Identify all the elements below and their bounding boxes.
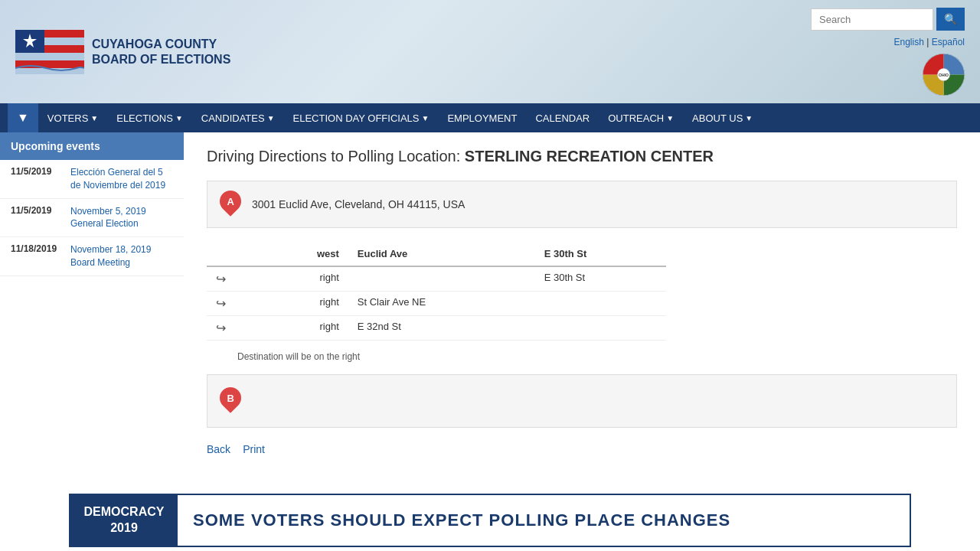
voters-arrow: ▼	[90, 114, 98, 122]
direction-3-col4	[535, 316, 666, 341]
nav-voters[interactable]: VOTERS ▼	[38, 105, 107, 132]
page-title: Driving Directions to Polling Location: …	[207, 148, 957, 165]
sidebar: Upcoming events 11/5/2019 Elección Gener…	[0, 132, 184, 494]
banner-year: 2019	[83, 520, 165, 536]
nav-candidates[interactable]: CANDIDATES ▼	[192, 105, 284, 132]
svg-rect-3	[15, 60, 84, 68]
directions-row-3: ↪ right E 32nd St	[207, 316, 666, 341]
banner-year-label: DEMOCRACY	[83, 504, 165, 520]
flag-logo	[15, 30, 84, 74]
directions-row-2: ↪ right St Clair Ave NE	[207, 292, 666, 316]
event-3-link[interactable]: November 18, 2019 Board Meeting	[70, 243, 173, 269]
event-2-link[interactable]: November 5, 2019 General Election	[70, 205, 173, 231]
sidebar-header: Upcoming events	[0, 132, 184, 160]
turn-icon-3: ↪	[207, 316, 261, 341]
language-links: English | Español	[893, 37, 965, 47]
direction-2-col3: St Clair Ave NE	[348, 292, 535, 316]
event-1-link[interactable]: Elección General del 5 de Noviembre del …	[70, 166, 173, 192]
ohio-seal: OHIO	[923, 54, 965, 96]
address-b-box: B	[207, 374, 957, 428]
search-input[interactable]	[811, 8, 933, 31]
banner-left: DEMOCRACY 2019	[70, 495, 178, 546]
address-a-text: 3001 Euclid Ave, Cleveland, OH 44115, US…	[252, 198, 465, 210]
nav-outreach[interactable]: OUTREACH ▼	[599, 105, 683, 132]
spanish-link[interactable]: Español	[932, 37, 965, 47]
nav-employment[interactable]: EMPLOYMENT	[438, 105, 526, 132]
direction-1-col4: E 30th St	[535, 266, 666, 292]
sidebar-event-2: 11/5/2019 November 5, 2019 General Elect…	[0, 199, 184, 238]
direction-1-col3	[348, 266, 535, 292]
logo-text: CUYAHOGA COUNTY BOARD OF ELECTIONS	[92, 37, 230, 66]
main-content: Driving Directions to Polling Location: …	[184, 132, 980, 494]
direction-3-col2: right	[261, 316, 348, 341]
outreach-arrow: ▼	[666, 114, 674, 122]
sidebar-event-3: 11/18/2019 November 18, 2019 Board Meeti…	[0, 237, 184, 276]
page-title-prefix: Driving Directions to Polling Location:	[207, 148, 465, 165]
header-right: 🔍 English | Español OHIO	[811, 8, 965, 96]
direction-2-col4	[535, 292, 666, 316]
banner-message: SOME VOTERS SHOULD EXPECT POLLING PLACE …	[178, 501, 746, 540]
pin-b-marker: B	[220, 387, 243, 415]
direction-2-col2: right	[261, 292, 348, 316]
directions-header-row: west Euclid Ave E 30th St	[207, 243, 666, 266]
nav-election-day-officials[interactable]: ELECTION DAY OFFICIALS ▼	[284, 105, 439, 132]
pin-b-letter: B	[227, 393, 234, 404]
english-link[interactable]: English	[893, 37, 923, 47]
logo-line1: CUYAHOGA COUNTY	[92, 37, 230, 51]
event-3-date: 11/18/2019	[11, 243, 64, 269]
elections-arrow: ▼	[175, 114, 183, 122]
navbar-toggle[interactable]: ▼	[8, 103, 38, 132]
nav-about-us[interactable]: ABOUT US ▼	[683, 105, 762, 132]
nav-elections[interactable]: ELECTIONS ▼	[107, 105, 192, 132]
site-header: CUYAHOGA COUNTY BOARD OF ELECTIONS 🔍 Eng…	[0, 0, 980, 103]
directions-row-1: ↪ right E 30th St	[207, 266, 666, 292]
action-links: Back Print	[207, 443, 957, 455]
main-navbar: ▼ VOTERS ▼ ELECTIONS ▼ CANDIDATES ▼ ELEC…	[0, 103, 980, 132]
header-col-west: west	[261, 243, 348, 266]
nav-calendar[interactable]: CALENDAR	[526, 105, 599, 132]
directions-table: west Euclid Ave E 30th St ↪ right E 30th…	[207, 243, 666, 341]
content-area: Upcoming events 11/5/2019 Elección Gener…	[0, 132, 980, 494]
officials-arrow: ▼	[422, 114, 430, 122]
svg-text:OHIO: OHIO	[939, 73, 949, 77]
header-col-euclid: Euclid Ave	[348, 243, 535, 266]
turn-icon-2: ↪	[207, 292, 261, 316]
event-1-date: 11/5/2019	[11, 166, 64, 192]
header-col-e30th: E 30th St	[535, 243, 666, 266]
header-col-icon	[207, 243, 261, 266]
logo-line2: BOARD OF ELECTIONS	[92, 52, 230, 67]
event-2-date: 11/5/2019	[11, 205, 64, 231]
direction-3-col3: E 32nd St	[348, 316, 535, 341]
search-bar: 🔍	[811, 8, 965, 31]
page-title-location: STERLING RECREATION CENTER	[465, 148, 714, 165]
bottom-banner: DEMOCRACY 2019 SOME VOTERS SHOULD EXPECT…	[69, 494, 911, 547]
print-link[interactable]: Print	[243, 443, 265, 455]
back-link[interactable]: Back	[207, 443, 230, 455]
direction-1-col2: right	[261, 266, 348, 292]
candidates-arrow: ▼	[267, 114, 275, 122]
pin-a-marker: A	[220, 191, 243, 218]
address-a-box: A 3001 Euclid Ave, Cleveland, OH 44115, …	[207, 181, 957, 228]
logo-area: CUYAHOGA COUNTY BOARD OF ELECTIONS	[15, 30, 230, 74]
sidebar-event-1: 11/5/2019 Elección General del 5 de Novi…	[0, 160, 184, 199]
turn-icon-1: ↪	[207, 266, 261, 292]
search-button[interactable]: 🔍	[936, 8, 965, 31]
pin-a-letter: A	[227, 196, 234, 207]
destination-note: Destination will be on the right	[207, 351, 957, 362]
aboutus-arrow: ▼	[745, 114, 753, 122]
